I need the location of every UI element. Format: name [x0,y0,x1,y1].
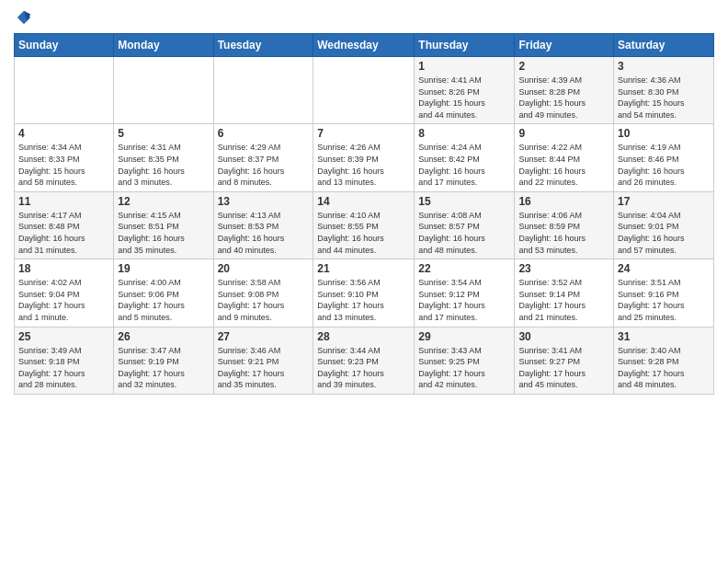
day-number: 28 [317,330,410,343]
day-info: Sunrise: 3:54 AM Sunset: 9:12 PM Dayligh… [418,277,510,323]
calendar-day-cell: 29Sunrise: 3:43 AM Sunset: 9:25 PM Dayli… [415,327,515,394]
calendar-day-cell: 12Sunrise: 4:15 AM Sunset: 8:51 PM Dayli… [114,191,213,259]
calendar-week-row: 18Sunrise: 4:02 AM Sunset: 9:04 PM Dayli… [15,259,714,327]
logo [14,9,32,26]
calendar-day-cell: 20Sunrise: 3:58 AM Sunset: 9:08 PM Dayli… [213,259,313,327]
calendar-day-cell [213,57,313,124]
calendar-day-cell: 3Sunrise: 4:36 AM Sunset: 8:30 PM Daylig… [614,57,714,124]
day-number: 15 [418,195,510,208]
day-info: Sunrise: 4:41 AM Sunset: 8:26 PM Dayligh… [418,75,510,121]
calendar-day-cell: 28Sunrise: 3:44 AM Sunset: 9:23 PM Dayli… [313,327,415,394]
day-number: 18 [18,262,109,275]
calendar-week-row: 4Sunrise: 4:34 AM Sunset: 8:33 PM Daylig… [15,124,714,191]
day-number: 21 [317,262,410,275]
day-of-week-header: Sunday [15,34,114,57]
day-info: Sunrise: 4:08 AM Sunset: 8:57 PM Dayligh… [418,210,510,256]
day-number: 1 [418,60,510,73]
day-info: Sunrise: 3:40 AM Sunset: 9:28 PM Dayligh… [618,345,710,391]
calendar-day-cell: 11Sunrise: 4:17 AM Sunset: 8:48 PM Dayli… [15,191,114,259]
calendar-day-cell: 4Sunrise: 4:34 AM Sunset: 8:33 PM Daylig… [15,124,114,191]
calendar-day-cell [313,57,415,124]
day-of-week-header: Friday [515,34,614,57]
day-number: 14 [317,195,410,208]
day-info: Sunrise: 4:24 AM Sunset: 8:42 PM Dayligh… [418,142,510,188]
day-info: Sunrise: 4:06 AM Sunset: 8:59 PM Dayligh… [518,210,609,256]
calendar-day-cell: 21Sunrise: 3:56 AM Sunset: 9:10 PM Dayli… [313,259,415,327]
calendar-day-cell: 16Sunrise: 4:06 AM Sunset: 8:59 PM Dayli… [515,191,614,259]
calendar-day-cell: 18Sunrise: 4:02 AM Sunset: 9:04 PM Dayli… [15,259,114,327]
day-of-week-header: Saturday [614,34,714,57]
day-info: Sunrise: 4:00 AM Sunset: 9:06 PM Dayligh… [118,277,209,323]
day-info: Sunrise: 4:31 AM Sunset: 8:35 PM Dayligh… [118,142,209,188]
calendar-day-cell: 19Sunrise: 4:00 AM Sunset: 9:06 PM Dayli… [114,259,213,327]
day-number: 26 [118,330,209,343]
calendar-day-cell: 7Sunrise: 4:26 AM Sunset: 8:39 PM Daylig… [313,124,415,191]
day-number: 31 [618,330,710,343]
calendar-week-row: 25Sunrise: 3:49 AM Sunset: 9:18 PM Dayli… [15,327,714,394]
calendar-header-row: SundayMondayTuesdayWednesdayThursdayFrid… [15,34,714,57]
calendar-day-cell: 15Sunrise: 4:08 AM Sunset: 8:57 PM Dayli… [415,191,515,259]
day-number: 8 [418,127,510,140]
day-number: 12 [118,195,209,208]
day-info: Sunrise: 4:29 AM Sunset: 8:37 PM Dayligh… [218,142,310,188]
calendar-day-cell: 22Sunrise: 3:54 AM Sunset: 9:12 PM Dayli… [415,259,515,327]
calendar-day-cell [114,57,213,124]
day-info: Sunrise: 3:56 AM Sunset: 9:10 PM Dayligh… [317,277,410,323]
day-info: Sunrise: 4:10 AM Sunset: 8:55 PM Dayligh… [317,210,410,256]
day-info: Sunrise: 3:47 AM Sunset: 9:19 PM Dayligh… [118,345,209,391]
day-number: 4 [18,127,109,140]
day-info: Sunrise: 3:51 AM Sunset: 9:16 PM Dayligh… [618,277,710,323]
calendar-day-cell: 23Sunrise: 3:52 AM Sunset: 9:14 PM Dayli… [515,259,614,327]
calendar-day-cell: 24Sunrise: 3:51 AM Sunset: 9:16 PM Dayli… [614,259,714,327]
calendar-day-cell: 25Sunrise: 3:49 AM Sunset: 9:18 PM Dayli… [15,327,114,394]
day-number: 22 [418,262,510,275]
calendar-day-cell: 26Sunrise: 3:47 AM Sunset: 9:19 PM Dayli… [114,327,213,394]
day-info: Sunrise: 4:26 AM Sunset: 8:39 PM Dayligh… [317,142,410,188]
calendar-day-cell: 10Sunrise: 4:19 AM Sunset: 8:46 PM Dayli… [614,124,714,191]
calendar-day-cell: 2Sunrise: 4:39 AM Sunset: 8:28 PM Daylig… [515,57,614,124]
day-number: 11 [18,195,109,208]
day-number: 17 [618,195,710,208]
calendar-week-row: 11Sunrise: 4:17 AM Sunset: 8:48 PM Dayli… [15,191,714,259]
day-number: 20 [218,262,310,275]
day-number: 3 [618,60,710,73]
calendar-day-cell: 9Sunrise: 4:22 AM Sunset: 8:44 PM Daylig… [515,124,614,191]
day-number: 30 [518,330,609,343]
calendar-day-cell: 6Sunrise: 4:29 AM Sunset: 8:37 PM Daylig… [213,124,313,191]
day-number: 9 [518,127,609,140]
calendar-week-row: 1Sunrise: 4:41 AM Sunset: 8:26 PM Daylig… [15,57,714,124]
day-info: Sunrise: 4:17 AM Sunset: 8:48 PM Dayligh… [18,210,109,256]
calendar-day-cell: 27Sunrise: 3:46 AM Sunset: 9:21 PM Dayli… [213,327,313,394]
day-info: Sunrise: 3:49 AM Sunset: 9:18 PM Dayligh… [18,345,109,391]
calendar-day-cell: 30Sunrise: 3:41 AM Sunset: 9:27 PM Dayli… [515,327,614,394]
day-info: Sunrise: 3:52 AM Sunset: 9:14 PM Dayligh… [518,277,609,323]
day-info: Sunrise: 3:44 AM Sunset: 9:23 PM Dayligh… [317,345,410,391]
calendar-day-cell: 5Sunrise: 4:31 AM Sunset: 8:35 PM Daylig… [114,124,213,191]
day-of-week-header: Tuesday [213,34,313,57]
day-info: Sunrise: 4:34 AM Sunset: 8:33 PM Dayligh… [18,142,109,188]
day-info: Sunrise: 4:02 AM Sunset: 9:04 PM Dayligh… [18,277,109,323]
day-number: 29 [418,330,510,343]
day-info: Sunrise: 4:22 AM Sunset: 8:44 PM Dayligh… [518,142,609,188]
day-number: 7 [317,127,410,140]
day-number: 2 [518,60,609,73]
day-of-week-header: Monday [114,34,213,57]
calendar-day-cell [15,57,114,124]
day-info: Sunrise: 4:13 AM Sunset: 8:53 PM Dayligh… [218,210,310,256]
page-header [14,9,714,26]
day-of-week-header: Thursday [415,34,515,57]
calendar-day-cell: 17Sunrise: 4:04 AM Sunset: 9:01 PM Dayli… [614,191,714,259]
day-info: Sunrise: 4:39 AM Sunset: 8:28 PM Dayligh… [518,75,609,121]
day-number: 25 [18,330,109,343]
day-number: 24 [618,262,710,275]
calendar-day-cell: 1Sunrise: 4:41 AM Sunset: 8:26 PM Daylig… [415,57,515,124]
day-number: 23 [518,262,609,275]
day-of-week-header: Wednesday [313,34,415,57]
calendar-day-cell: 8Sunrise: 4:24 AM Sunset: 8:42 PM Daylig… [415,124,515,191]
day-info: Sunrise: 3:58 AM Sunset: 9:08 PM Dayligh… [218,277,310,323]
day-info: Sunrise: 3:46 AM Sunset: 9:21 PM Dayligh… [218,345,310,391]
logo-icon [16,9,32,26]
day-number: 10 [618,127,710,140]
calendar-table: SundayMondayTuesdayWednesdayThursdayFrid… [14,33,714,395]
day-info: Sunrise: 3:41 AM Sunset: 9:27 PM Dayligh… [518,345,609,391]
